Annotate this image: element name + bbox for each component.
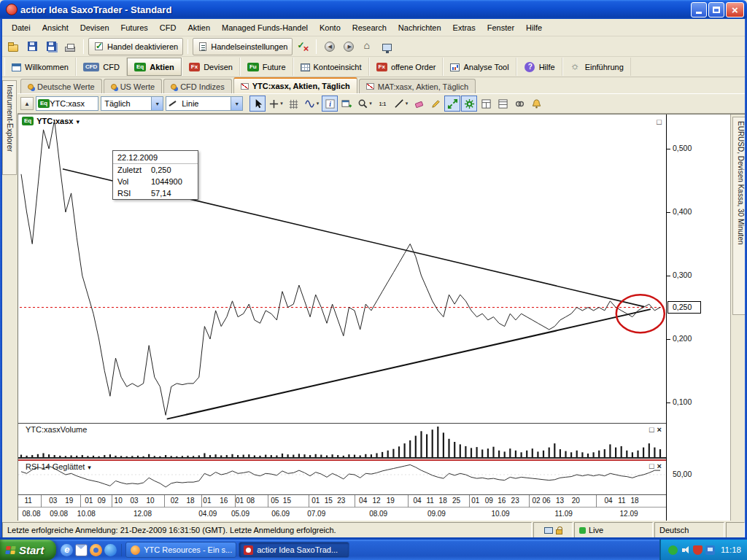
line-style-icon [169,101,177,106]
info-tool-button[interactable]: i [322,96,338,112]
nav-back-button[interactable] [321,38,338,55]
trading-disable-button[interactable]: Handel deaktivieren [88,38,183,55]
nav-kontoeinsicht-button[interactable]: Kontoeinsicht [293,58,369,76]
chart-region[interactable]: Eq YTC:xasx 22.12.2009 Zuletzt0,250 Vol1… [18,114,666,521]
rsi-chart-svg[interactable] [18,459,666,495]
maximize-pane-icon[interactable] [657,117,662,126]
desktop-icon [382,44,392,51]
nav-einfuehrung-button[interactable]: Einführung [562,58,631,76]
menu-item-research[interactable]: Research [347,21,392,34]
left-dock: Instrument-Explorer [0,77,18,521]
cursor-tool-button[interactable] [249,96,266,112]
instrument-explorer-tab[interactable]: Instrument-Explorer [2,80,17,175]
tab-ytc-xasx-aktien-taeglich[interactable]: YTC:xasx, Aktien, Täglich [233,77,357,93]
save-all-button[interactable] [42,38,60,55]
crosshair-tool-button[interactable]: ▾ [266,96,285,112]
eraser-tool-button[interactable] [411,96,427,112]
tab-deutsche-werte[interactable]: Deutsche Werte [20,79,102,93]
menu-item-nachrichten[interactable]: Nachrichten [392,21,447,34]
media-icon[interactable] [104,544,117,556]
menu-item-futures[interactable]: Futures [115,21,154,34]
nav-aktien-button[interactable]: EqAktien [127,58,182,76]
nav-hilfe-button[interactable]: Hilfe [516,58,562,76]
trade-settings-button[interactable]: Handelseinstellungen [193,38,293,55]
desktop-button[interactable] [378,38,395,55]
maximize-pane-icon[interactable] [649,462,654,470]
save-button[interactable] [23,38,41,55]
menu-item-managed-funds-handel[interactable]: Managed Funds-Handel [216,21,314,34]
print-button[interactable] [61,38,79,55]
nav-willkommen-button[interactable]: Willkommen [4,58,76,76]
chart-legend[interactable]: Eq YTC:xasx [22,117,80,125]
menu-item-fenster[interactable]: Fenster [481,21,520,34]
zoom-tool-button[interactable]: ▾ [355,96,374,112]
volume-pane-buttons [649,425,662,434]
nav-back-icon [325,42,335,52]
close-pane-icon[interactable] [657,462,662,470]
drawing-tool-icon [430,98,441,109]
taskbar-clock[interactable]: 11:18 [721,545,741,554]
maximize-pane-icon[interactable] [649,425,654,434]
nav-analyse-tool-button[interactable]: Analyse Tool [443,58,516,76]
nav-cfd-button[interactable]: CFDCFD [76,58,127,76]
menu-item-konto[interactable]: Konto [314,21,347,34]
auto-scale-tool-button[interactable] [461,96,477,112]
live-label: Live [589,526,603,534]
menu-item-devisen[interactable]: Devisen [74,21,115,34]
period-select[interactable]: Täglich [101,96,163,111]
menu-item-extras[interactable]: Extras [447,21,481,34]
security-icon[interactable] [693,545,703,555]
layout-split-tool-button[interactable] [478,96,494,112]
link-charts-tool-button[interactable] [511,96,527,112]
open-folder-button[interactable] [4,38,22,55]
nav-offene-order-button[interactable]: Fxoffene Order [369,58,444,76]
confirm-cancel-button[interactable] [294,38,311,55]
tab-cfd-indizes[interactable]: CFD Indizes [163,79,232,93]
nav-future-button[interactable]: FuFuture [240,58,293,76]
drawing-tool-button[interactable] [427,96,444,112]
start-button[interactable]: Start [0,540,56,560]
price-axis[interactable]: 0,250 50,00 0,5000,4000,3000,2000,100 [666,114,730,521]
firefox-icon[interactable] [90,544,102,556]
home-button[interactable] [359,38,376,55]
fit-chart-tool-button[interactable] [444,96,460,112]
grid-tool-button[interactable] [286,96,302,112]
analysis-chart-icon [450,63,460,71]
tab-us-werte[interactable]: US Werte [104,79,162,93]
mail-icon[interactable] [75,544,88,556]
x-axis-day-label: 03 [49,497,57,505]
volume-chart-svg[interactable] [18,424,666,459]
volume-icon[interactable] [681,545,690,555]
internet-explorer-icon[interactable] [61,544,73,556]
style-select[interactable]: Linie [166,96,243,111]
network-icon[interactable] [705,545,715,555]
tab-mat-xasx-aktien-taeglich[interactable]: MAT:xasx, Aktien, Täglich [359,79,476,93]
menu-item-hilfe[interactable]: Hilfe [520,21,548,34]
menu-item-aktien[interactable]: Aktien [182,21,216,34]
minimize-button[interactable] [691,2,707,18]
taskbar-task-actior-idea-saxotrad[interactable]: actior Idea SaxoTrad... [239,542,349,558]
nav-forward-button[interactable] [340,38,357,55]
x-axis-day-label: 01 [85,497,93,505]
alert-tool-button[interactable] [528,96,544,112]
detach-window-tool-button[interactable] [338,96,355,112]
menu-item-cfd[interactable]: CFD [154,21,182,34]
symbol-input[interactable] [50,98,98,109]
scale-1-1-tool-button[interactable]: 1:1 [375,96,391,112]
messenger-icon[interactable] [668,545,678,555]
nav-devisen-button[interactable]: FxDevisen [182,58,240,76]
menu-item-datei[interactable]: Datei [6,21,36,34]
tab-label: CFD Indizes [180,82,225,91]
close-pane-icon[interactable] [657,425,662,434]
rsi-pane-title[interactable]: RSI 14 Geglättet [26,462,91,471]
close-button[interactable] [726,2,744,18]
svg-text:1:1: 1:1 [379,101,387,106]
indicator-tool-button[interactable]: ▾ [303,96,322,112]
menu-item-ansicht[interactable]: Ansicht [36,21,74,34]
taskbar-task-ytc-resources-ein-s[interactable]: YTC Resources - Ein s... [125,542,236,558]
layout-rows-tool-button[interactable] [495,96,511,112]
trendline-tool-button[interactable]: ▾ [392,96,411,112]
maximize-button[interactable] [708,2,724,18]
collapse-panel-button[interactable] [20,97,34,110]
x-axis-day-label: 11 [24,497,31,505]
